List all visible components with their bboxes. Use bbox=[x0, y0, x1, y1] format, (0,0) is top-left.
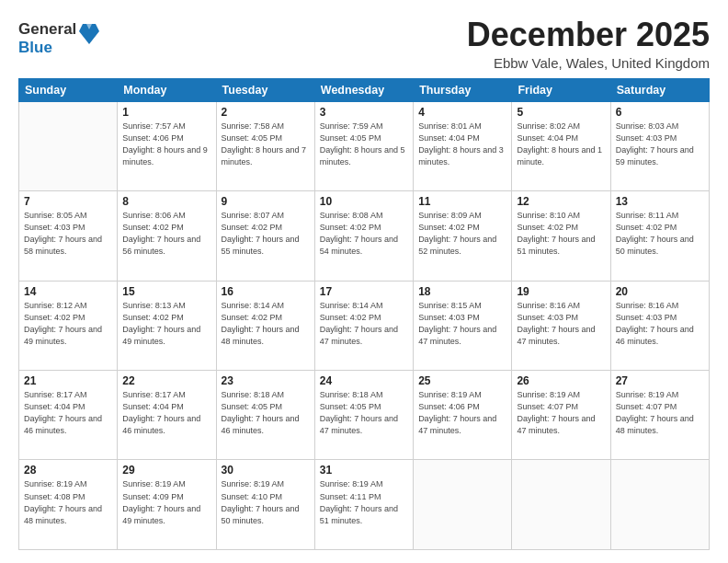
day-number: 10 bbox=[320, 195, 408, 208]
day-number: 15 bbox=[122, 285, 210, 298]
day-number: 25 bbox=[418, 374, 506, 387]
calendar-cell: 13Sunrise: 8:11 AMSunset: 4:02 PMDayligh… bbox=[610, 191, 709, 281]
calendar-cell: 7Sunrise: 8:05 AMSunset: 4:03 PMDaylight… bbox=[19, 191, 118, 281]
day-number: 11 bbox=[418, 195, 506, 208]
calendar-week-2: 7Sunrise: 8:05 AMSunset: 4:03 PMDaylight… bbox=[19, 191, 710, 281]
day-number: 20 bbox=[616, 285, 704, 298]
calendar-cell: 19Sunrise: 8:16 AMSunset: 4:03 PMDayligh… bbox=[512, 281, 610, 370]
day-info: Sunrise: 8:08 AMSunset: 4:02 PMDaylight:… bbox=[320, 210, 408, 258]
day-number: 8 bbox=[122, 195, 210, 208]
calendar-cell: 1Sunrise: 7:57 AMSunset: 4:06 PMDaylight… bbox=[118, 101, 216, 190]
weekday-header-monday: Monday bbox=[118, 78, 216, 101]
calendar-cell: 14Sunrise: 8:12 AMSunset: 4:02 PMDayligh… bbox=[19, 281, 118, 370]
calendar-cell: 4Sunrise: 8:01 AMSunset: 4:04 PMDaylight… bbox=[414, 101, 512, 190]
calendar-cell: 27Sunrise: 8:19 AMSunset: 4:07 PMDayligh… bbox=[610, 371, 709, 460]
calendar-table: SundayMondayTuesdayWednesdayThursdayFrid… bbox=[18, 78, 710, 550]
calendar-week-5: 28Sunrise: 8:19 AMSunset: 4:08 PMDayligh… bbox=[19, 460, 710, 550]
calendar-week-3: 14Sunrise: 8:12 AMSunset: 4:02 PMDayligh… bbox=[19, 281, 710, 370]
day-number: 29 bbox=[122, 464, 210, 477]
calendar-cell: 26Sunrise: 8:19 AMSunset: 4:07 PMDayligh… bbox=[512, 371, 610, 460]
calendar-cell: 24Sunrise: 8:18 AMSunset: 4:05 PMDayligh… bbox=[314, 371, 413, 460]
day-info: Sunrise: 8:19 AMSunset: 4:06 PMDaylight:… bbox=[418, 389, 506, 437]
day-info: Sunrise: 8:18 AMSunset: 4:05 PMDaylight:… bbox=[222, 389, 310, 437]
day-info: Sunrise: 8:17 AMSunset: 4:04 PMDaylight:… bbox=[122, 389, 210, 437]
day-info: Sunrise: 8:19 AMSunset: 4:09 PMDaylight:… bbox=[122, 478, 210, 526]
day-info: Sunrise: 8:03 AMSunset: 4:03 PMDaylight:… bbox=[616, 121, 704, 168]
day-number: 14 bbox=[24, 285, 112, 298]
day-info: Sunrise: 8:06 AMSunset: 4:02 PMDaylight:… bbox=[122, 210, 210, 258]
logo-blue: Blue bbox=[18, 39, 76, 57]
day-info: Sunrise: 8:11 AMSunset: 4:02 PMDaylight:… bbox=[616, 210, 704, 258]
day-info: Sunrise: 8:19 AMSunset: 4:08 PMDaylight:… bbox=[24, 478, 112, 526]
calendar-cell: 6Sunrise: 8:03 AMSunset: 4:03 PMDaylight… bbox=[610, 101, 709, 190]
day-info: Sunrise: 8:09 AMSunset: 4:02 PMDaylight:… bbox=[418, 210, 506, 258]
calendar-cell: 18Sunrise: 8:15 AMSunset: 4:03 PMDayligh… bbox=[414, 281, 512, 370]
day-number: 24 bbox=[320, 374, 408, 387]
day-info: Sunrise: 8:01 AMSunset: 4:04 PMDaylight:… bbox=[418, 121, 506, 168]
page: General Blue December 2025 Ebbw Vale, Wa… bbox=[0, 0, 728, 563]
day-number: 28 bbox=[24, 464, 112, 477]
logo: General Blue bbox=[18, 20, 99, 56]
day-info: Sunrise: 8:10 AMSunset: 4:02 PMDaylight:… bbox=[517, 210, 605, 258]
day-number: 17 bbox=[320, 285, 408, 298]
day-number: 18 bbox=[418, 285, 506, 298]
day-info: Sunrise: 8:15 AMSunset: 4:03 PMDaylight:… bbox=[418, 300, 506, 348]
calendar-cell: 21Sunrise: 8:17 AMSunset: 4:04 PMDayligh… bbox=[19, 371, 118, 460]
logo-icon bbox=[79, 22, 99, 46]
day-info: Sunrise: 8:14 AMSunset: 4:02 PMDaylight:… bbox=[320, 300, 408, 348]
calendar-cell: 29Sunrise: 8:19 AMSunset: 4:09 PMDayligh… bbox=[118, 460, 216, 550]
calendar-cell: 16Sunrise: 8:14 AMSunset: 4:02 PMDayligh… bbox=[216, 281, 314, 370]
calendar-cell: 15Sunrise: 8:13 AMSunset: 4:02 PMDayligh… bbox=[118, 281, 216, 370]
day-number: 23 bbox=[222, 374, 310, 387]
day-number: 26 bbox=[517, 374, 605, 387]
calendar-cell: 3Sunrise: 7:59 AMSunset: 4:05 PMDaylight… bbox=[314, 101, 413, 190]
day-number: 22 bbox=[122, 374, 210, 387]
day-number: 27 bbox=[616, 374, 704, 387]
day-number: 31 bbox=[320, 464, 408, 477]
calendar-cell: 23Sunrise: 8:18 AMSunset: 4:05 PMDayligh… bbox=[216, 371, 314, 460]
weekday-header-saturday: Saturday bbox=[610, 78, 709, 101]
day-info: Sunrise: 8:05 AMSunset: 4:03 PMDaylight:… bbox=[24, 210, 112, 258]
day-number: 9 bbox=[222, 195, 310, 208]
calendar-cell: 11Sunrise: 8:09 AMSunset: 4:02 PMDayligh… bbox=[414, 191, 512, 281]
day-number: 5 bbox=[517, 106, 605, 119]
day-info: Sunrise: 8:12 AMSunset: 4:02 PMDaylight:… bbox=[24, 300, 112, 348]
day-number: 1 bbox=[122, 106, 210, 119]
day-info: Sunrise: 8:19 AMSunset: 4:11 PMDaylight:… bbox=[320, 478, 408, 526]
day-info: Sunrise: 8:19 AMSunset: 4:10 PMDaylight:… bbox=[222, 478, 310, 526]
calendar-cell: 25Sunrise: 8:19 AMSunset: 4:06 PMDayligh… bbox=[414, 371, 512, 460]
day-info: Sunrise: 8:14 AMSunset: 4:02 PMDaylight:… bbox=[222, 300, 310, 348]
calendar-cell: 12Sunrise: 8:10 AMSunset: 4:02 PMDayligh… bbox=[512, 191, 610, 281]
day-number: 3 bbox=[320, 106, 408, 119]
header: General Blue December 2025 Ebbw Vale, Wa… bbox=[18, 17, 710, 71]
calendar-cell bbox=[512, 460, 610, 550]
logo-general: General bbox=[18, 20, 76, 39]
calendar-cell: 8Sunrise: 8:06 AMSunset: 4:02 PMDaylight… bbox=[118, 191, 216, 281]
calendar-cell: 20Sunrise: 8:16 AMSunset: 4:03 PMDayligh… bbox=[610, 281, 709, 370]
weekday-header-tuesday: Tuesday bbox=[216, 78, 314, 101]
day-number: 13 bbox=[616, 195, 704, 208]
day-number: 16 bbox=[222, 285, 310, 298]
calendar-cell: 2Sunrise: 7:58 AMSunset: 4:05 PMDaylight… bbox=[216, 101, 314, 190]
day-info: Sunrise: 7:57 AMSunset: 4:06 PMDaylight:… bbox=[122, 121, 210, 168]
calendar-cell bbox=[19, 101, 118, 190]
day-number: 6 bbox=[616, 106, 704, 119]
calendar-week-1: 1Sunrise: 7:57 AMSunset: 4:06 PMDaylight… bbox=[19, 101, 710, 190]
calendar-week-4: 21Sunrise: 8:17 AMSunset: 4:04 PMDayligh… bbox=[19, 371, 710, 460]
month-title: December 2025 bbox=[467, 17, 710, 53]
calendar-cell: 9Sunrise: 8:07 AMSunset: 4:02 PMDaylight… bbox=[216, 191, 314, 281]
weekday-header-wednesday: Wednesday bbox=[314, 78, 413, 101]
location: Ebbw Vale, Wales, United Kingdom bbox=[467, 55, 710, 71]
day-number: 2 bbox=[222, 106, 310, 119]
calendar-cell: 5Sunrise: 8:02 AMSunset: 4:04 PMDaylight… bbox=[512, 101, 610, 190]
day-info: Sunrise: 8:16 AMSunset: 4:03 PMDaylight:… bbox=[616, 300, 704, 348]
day-info: Sunrise: 8:18 AMSunset: 4:05 PMDaylight:… bbox=[320, 389, 408, 437]
weekday-header-sunday: Sunday bbox=[19, 78, 118, 101]
day-info: Sunrise: 8:02 AMSunset: 4:04 PMDaylight:… bbox=[517, 121, 605, 168]
title-block: December 2025 Ebbw Vale, Wales, United K… bbox=[467, 17, 710, 71]
calendar-cell: 31Sunrise: 8:19 AMSunset: 4:11 PMDayligh… bbox=[314, 460, 413, 550]
day-info: Sunrise: 8:13 AMSunset: 4:02 PMDaylight:… bbox=[122, 300, 210, 348]
calendar-cell: 17Sunrise: 8:14 AMSunset: 4:02 PMDayligh… bbox=[314, 281, 413, 370]
calendar-cell: 30Sunrise: 8:19 AMSunset: 4:10 PMDayligh… bbox=[216, 460, 314, 550]
calendar-cell: 28Sunrise: 8:19 AMSunset: 4:08 PMDayligh… bbox=[19, 460, 118, 550]
